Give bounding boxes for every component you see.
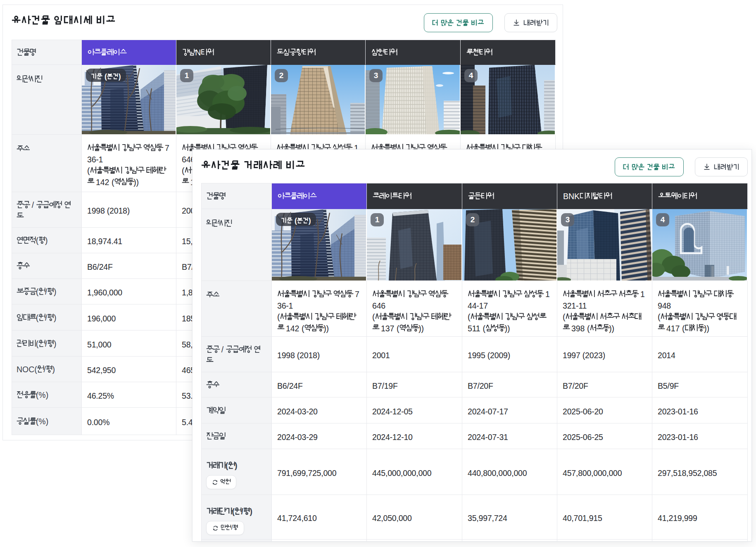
svg-text:N: N: [195, 48, 201, 57]
svg-text:)): )): [609, 324, 614, 333]
svg-text:/: /: [45, 339, 48, 348]
svg-text:44-17: 44-17: [468, 301, 488, 310]
svg-text:/: /: [43, 365, 46, 374]
svg-text:/: /: [231, 524, 233, 531]
svg-text:(: (: [36, 339, 39, 348]
svg-text:): ): [45, 236, 48, 245]
svg-text:398: 398: [571, 324, 585, 333]
svg-text:(: (: [658, 312, 661, 321]
svg-text:(: (: [468, 312, 471, 321]
svg-text:(%): (%): [36, 390, 48, 400]
svg-text:(: (: [277, 312, 280, 321]
svg-text:)): )): [133, 178, 139, 187]
svg-text:): ): [119, 72, 121, 81]
svg-text:/: /: [221, 345, 224, 354]
svg-text:142: 142: [96, 178, 109, 187]
svg-text:(: (: [105, 72, 107, 81]
svg-text:): ): [309, 216, 311, 225]
svg-text:142: 142: [286, 324, 299, 333]
svg-text:)): )): [704, 324, 709, 333]
svg-text:)): )): [418, 324, 424, 333]
svg-text:): ): [250, 507, 253, 516]
svg-text:BNK: BNK: [563, 192, 580, 201]
svg-text:): ): [54, 287, 57, 296]
svg-text:): ): [54, 313, 57, 322]
svg-text:(: (: [36, 313, 39, 322]
svg-text:137: 137: [381, 324, 394, 333]
svg-text:36-1: 36-1: [87, 155, 103, 164]
svg-text:(: (: [483, 324, 486, 333]
svg-text:(: (: [302, 324, 304, 333]
svg-text:(: (: [36, 236, 39, 245]
svg-text:(: (: [182, 166, 185, 175]
svg-text:/: /: [45, 313, 48, 322]
svg-text:7: 7: [355, 290, 359, 299]
svg-text:(: (: [87, 166, 90, 175]
svg-text:(: (: [372, 312, 375, 321]
svg-text:)): )): [505, 324, 510, 333]
svg-text:(: (: [587, 324, 590, 333]
svg-text:(: (: [232, 507, 235, 516]
svg-text:7: 7: [165, 143, 169, 152]
svg-text:(%): (%): [36, 417, 48, 426]
svg-text:(: (: [397, 324, 399, 333]
svg-text:417: 417: [666, 324, 680, 333]
svg-text:1: 1: [545, 290, 550, 299]
svg-text:/: /: [32, 200, 34, 209]
svg-text:(: (: [682, 324, 685, 333]
svg-text:)): )): [323, 324, 329, 333]
svg-text:646: 646: [372, 301, 385, 310]
svg-text:511: 511: [468, 324, 480, 333]
svg-text:(: (: [112, 178, 114, 187]
svg-text:): ): [52, 365, 55, 374]
svg-text:948: 948: [658, 301, 671, 310]
svg-text:/: /: [45, 287, 48, 296]
svg-text:321-11: 321-11: [563, 301, 587, 310]
svg-text:1: 1: [640, 290, 645, 299]
svg-text:NOC(: NOC(: [17, 365, 37, 374]
svg-text:(: (: [36, 287, 39, 296]
svg-text:(: (: [295, 216, 297, 225]
svg-text:): ): [54, 339, 57, 348]
svg-text:36-1: 36-1: [277, 301, 293, 310]
svg-text:(: (: [563, 312, 566, 321]
svg-text:(: (: [226, 461, 228, 470]
